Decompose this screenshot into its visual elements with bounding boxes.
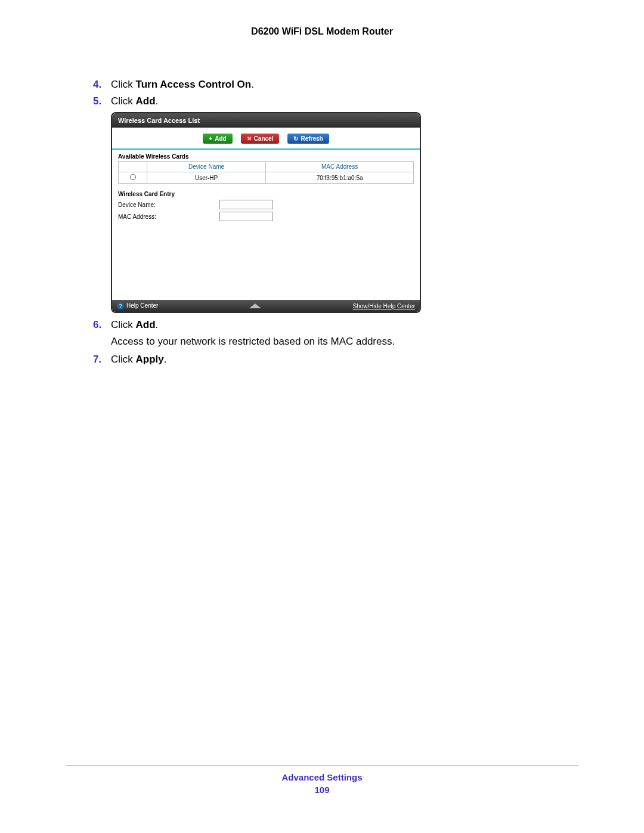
entry-mac-row: MAC Address: (112, 210, 420, 222)
chevron-up-icon[interactable] (249, 304, 261, 308)
row-radio[interactable] (130, 174, 136, 180)
mac-address-input[interactable] (219, 212, 273, 221)
step-prefix: Click (111, 319, 136, 330)
router-ui-panel: Wireless Card Access List + Add ✕ Cancel… (111, 112, 421, 313)
step-prefix: Click (111, 354, 136, 365)
col-mac-address: MAC Address (266, 162, 414, 172)
doc-title: D6200 WiFi DSL Modem Router (0, 0, 644, 37)
col-device-name: Device Name (147, 162, 266, 172)
step-text: Click Turn Access Control On. (111, 79, 254, 91)
col-select (119, 162, 147, 172)
refresh-button[interactable]: ↻ Refresh (287, 134, 329, 144)
cell-device-name: User-HP (147, 172, 266, 184)
panel-spacer (112, 222, 420, 300)
step-6-sub: Access to your network is restricted bas… (111, 336, 522, 348)
step-suffix: . (251, 79, 254, 90)
step-5: 5. Click Add. (93, 95, 522, 107)
available-cards-table: Device Name MAC Address User-HP 70:f3:95… (118, 161, 414, 184)
cancel-button-label: Cancel (254, 135, 274, 142)
close-icon: ✕ (247, 135, 252, 142)
cell-mac-address: 70:f3:95:b1:a0:5a (266, 172, 414, 184)
step-suffix: . (164, 354, 167, 365)
add-button-label: Add (215, 135, 226, 142)
toolbar: + Add ✕ Cancel ↻ Refresh (112, 128, 420, 150)
step-number: 7. (93, 354, 111, 366)
footer-page-number: 109 (66, 785, 578, 795)
step-bold: Turn Access Control On (136, 79, 252, 90)
step-bold: Add (136, 95, 156, 107)
entry-header: Wireless Card Entry (112, 187, 420, 199)
available-cards-header: Available Wireless Cards (112, 150, 420, 161)
step-bold: Apply (136, 354, 164, 365)
mac-address-label: MAC Address: (118, 213, 219, 220)
show-hide-help-link[interactable]: Show/Hide Help Center (352, 303, 415, 309)
step-6: 6. Click Add. (93, 319, 522, 331)
refresh-icon: ↻ (293, 135, 298, 142)
step-prefix: Click (111, 95, 136, 107)
step-suffix: . (156, 95, 159, 107)
step-4: 4. Click Turn Access Control On. (93, 79, 522, 91)
help-icon: ? (117, 302, 124, 309)
device-name-input[interactable] (219, 200, 273, 209)
add-button[interactable]: + Add (203, 134, 232, 144)
refresh-button-label: Refresh (301, 135, 323, 142)
step-suffix: . (156, 319, 159, 330)
step-number: 4. (93, 79, 111, 91)
panel-title: Wireless Card Access List (112, 113, 420, 128)
step-text: Click Add. (111, 319, 158, 331)
instruction-list: 4. Click Turn Access Control On. 5. Clic… (93, 79, 522, 366)
step-text: Click Apply. (111, 354, 167, 366)
help-center-link[interactable]: ?Help Center (117, 302, 158, 309)
page-footer: Advanced Settings 109 (66, 766, 578, 795)
step-number: 5. (93, 95, 111, 107)
cancel-button[interactable]: ✕ Cancel (241, 134, 280, 144)
entry-device-row: Device Name: (112, 199, 420, 210)
step-text: Click Add. (111, 95, 158, 107)
footer-section-title: Advanced Settings (66, 772, 578, 782)
plus-icon: + (209, 135, 212, 142)
panel-footer: ?Help Center Show/Hide Help Center (112, 300, 420, 312)
step-bold: Add (136, 319, 156, 330)
help-center-label: Help Center (126, 302, 158, 309)
step-prefix: Click (111, 79, 136, 90)
table-row: User-HP 70:f3:95:b1:a0:5a (119, 172, 414, 184)
device-name-label: Device Name: (118, 202, 219, 208)
step-number: 6. (93, 319, 111, 331)
footer-rule (66, 766, 578, 766)
step-7: 7. Click Apply. (93, 354, 522, 366)
